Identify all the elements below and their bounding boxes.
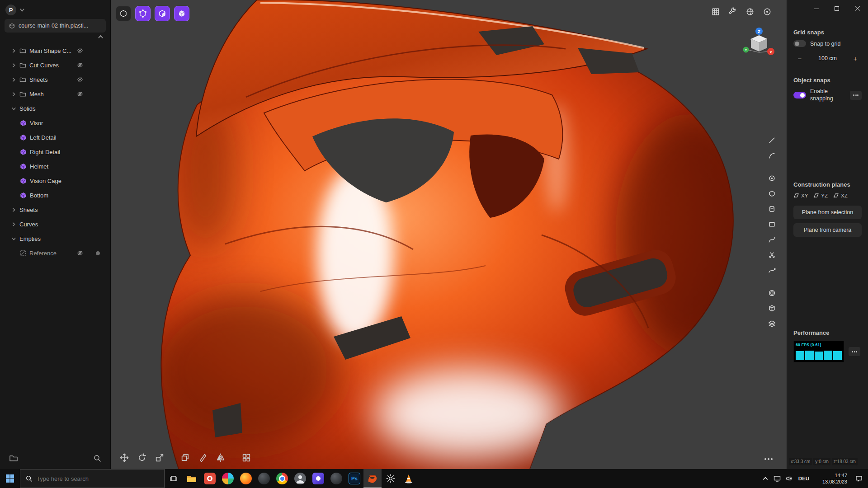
visibility-off-icon[interactable] [77,76,83,83]
arc-tool-icon[interactable] [766,150,777,161]
trim-tool-icon[interactable] [766,249,777,260]
chevron-right-icon[interactable] [11,222,16,226]
circle-tool-icon[interactable] [766,173,777,183]
app-plasticity-icon[interactable] [363,469,382,488]
plane-xy-button[interactable]: XY [793,192,808,198]
plane-from-camera-button[interactable]: Plane from camera [793,223,862,237]
gizmo-z-label[interactable]: Z [758,29,760,34]
tree-item-solid[interactable]: Right Detail [0,145,110,159]
move-tool-icon[interactable] [118,452,130,464]
loft-tool-icon[interactable] [766,318,777,329]
tree-item-folder[interactable]: Sheets [0,72,110,87]
language-indicator[interactable]: DEU [795,476,813,481]
snap-to-grid-toggle[interactable] [793,40,806,47]
chevron-right-icon[interactable] [11,63,16,67]
box-tool-icon[interactable] [766,303,777,314]
select-solid-button[interactable] [174,6,189,21]
visibility-off-icon[interactable] [77,91,83,97]
gizmo-x-label[interactable]: x [769,50,772,54]
app-slack-icon[interactable] [219,469,237,488]
visibility-off-icon[interactable] [77,250,83,256]
performance-more-button[interactable] [849,347,860,356]
tree-group-empties[interactable]: Empties [0,231,110,246]
line-tool-icon[interactable] [766,135,777,145]
duplicate-tool-icon[interactable] [179,452,191,464]
gizmo-y-label[interactable]: Y [745,48,747,52]
mirror-tool-icon[interactable] [215,452,226,464]
task-view-button[interactable] [165,469,183,488]
app-dark-circle-icon[interactable] [255,469,273,488]
viewport-more-options[interactable] [764,458,773,460]
chevron-right-icon[interactable] [11,208,16,212]
taskbar-clock[interactable]: 14:47 13.08.2023 [814,472,847,485]
app-photoshop-icon[interactable]: Ps [345,469,363,488]
cutter-tool-icon[interactable] [197,452,209,464]
polygon-tool-icon[interactable] [766,188,777,199]
chevron-right-icon[interactable] [11,92,16,96]
new-folder-icon[interactable] [9,454,18,463]
app-contacts-icon[interactable] [291,469,309,488]
tree-item-reference[interactable]: Reference [0,246,110,260]
chevron-right-icon[interactable] [11,49,16,53]
app-vlc-icon[interactable] [400,469,418,488]
rotate-tool-icon[interactable] [136,452,148,464]
tools-icon[interactable] [728,7,737,16]
chevron-right-icon[interactable] [11,78,16,82]
app-chrome-icon[interactable] [273,469,291,488]
tree-item-folder[interactable]: Mesh [0,87,110,101]
chevron-down-icon[interactable] [19,8,25,12]
tray-volume-icon[interactable] [783,475,795,482]
tree-group-solids[interactable]: Solids [0,101,110,116]
maximize-button[interactable] [826,0,847,17]
tree-item-solid[interactable]: Helmet [0,159,110,174]
grid-size-decrease-button[interactable]: − [793,55,806,62]
material-sphere-icon[interactable] [745,7,755,16]
chevron-down-icon[interactable] [11,107,16,111]
select-face-button[interactable] [155,6,170,21]
object-snaps-more-button[interactable] [850,91,862,100]
tray-chevron-up-icon[interactable] [760,476,771,481]
app-dark-circle2-icon[interactable] [327,469,345,488]
search-input[interactable] [37,475,159,482]
viewport-3d[interactable]: Z Y x [111,0,786,469]
tree-item-folder[interactable]: Main Shape C... [0,43,110,58]
tree-item-solid[interactable]: Visor [0,116,110,130]
rectangle-tool-icon[interactable] [766,219,777,230]
tray-display-icon[interactable] [771,475,783,482]
tree-item-folder[interactable]: Cut Curves [0,58,110,72]
action-center-icon[interactable] [850,475,868,482]
enable-snapping-toggle[interactable] [793,92,806,99]
offset-tool-icon[interactable] [766,287,777,298]
curve-point-tool-icon[interactable] [766,265,777,276]
taskbar-search[interactable] [20,469,165,488]
visibility-off-icon[interactable] [77,47,83,54]
tree-item-solid[interactable]: Vision Cage [0,174,110,188]
cylinder-tool-icon[interactable] [766,203,777,214]
tree-item-solid[interactable]: Bottom [0,188,110,202]
current-file[interactable]: course-main-02-thin.plasti... [5,19,106,33]
chevron-down-icon[interactable] [11,237,16,241]
app-red-icon[interactable] [201,469,219,488]
file-explorer-icon[interactable] [183,469,201,488]
app-firefox-icon[interactable] [237,469,255,488]
spline-tool-icon[interactable] [766,234,777,245]
select-edge-button[interactable] [135,6,151,21]
app-settings-icon[interactable] [382,469,400,488]
plane-yz-button[interactable]: YZ [813,192,828,198]
plane-xz-button[interactable]: XZ [833,192,848,198]
visibility-off-icon[interactable] [77,62,83,68]
start-button[interactable] [0,469,20,488]
tree-group-sheets[interactable]: Sheets [0,202,110,217]
app-purple-icon[interactable] [309,469,327,488]
grid-icon[interactable] [711,7,720,16]
tree-group-curves[interactable]: Curves [0,217,110,231]
minimize-button[interactable] [806,0,826,17]
array-tool-icon[interactable] [241,452,252,464]
orientation-gizmo[interactable]: Z Y x [740,26,778,64]
select-control-point-button[interactable] [116,6,131,21]
scale-tool-icon[interactable] [154,452,165,464]
plane-from-selection-button[interactable]: Plane from selection [793,206,862,219]
grid-size-increase-button[interactable]: + [849,55,862,62]
view-settings-icon[interactable] [763,7,772,16]
user-avatar[interactable]: P [5,5,16,15]
